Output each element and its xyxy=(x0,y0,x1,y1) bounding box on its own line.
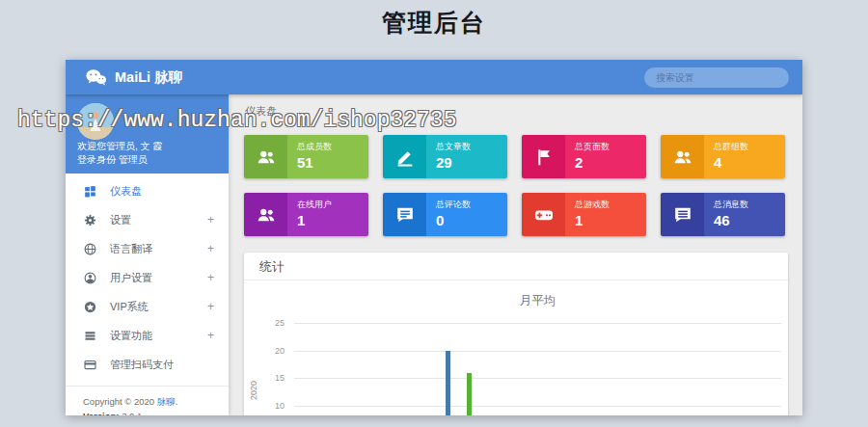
statistics-panel-title: 统计 xyxy=(244,253,788,280)
chart-area: 月平均 2020 25201510 xyxy=(244,280,788,415)
welcome-text: 欢迎您管理员, 文 霞 登录身份 管理员 xyxy=(77,140,162,167)
version-label: Version: xyxy=(83,411,120,415)
sidebar-item-label: 语言翻译 xyxy=(110,242,152,256)
message-icon xyxy=(661,193,704,236)
gridline xyxy=(294,351,781,352)
main-content: 仪表盘 总成员数51总文章数29总页面数2总群组数4在线用户1总评论数0总游戏数… xyxy=(229,94,802,415)
welcome-line2: 登录身份 管理员 xyxy=(77,153,162,167)
version-value: 3.0.1 xyxy=(122,411,142,415)
copyright-text: Copyright © 2020 xyxy=(83,396,157,407)
pencil-icon xyxy=(383,135,426,178)
sidebar-item-user-settings[interactable]: 用户设置+ xyxy=(66,263,229,292)
stat-card-value: 51 xyxy=(297,154,368,171)
stat-card-total-pages[interactable]: 总页面数2 xyxy=(522,135,646,178)
globe-icon xyxy=(83,242,97,256)
gear-icon xyxy=(83,213,97,227)
stat-card-total-games[interactable]: 总游戏数1 xyxy=(522,193,646,236)
sidebar-item-vip-system[interactable]: VIP系统+ xyxy=(66,292,229,321)
chart-bar-blue xyxy=(446,351,450,415)
sidebar-footer: Copyright © 2020 脉聊. Version: 3.0.1 xyxy=(66,386,229,415)
stat-card-body: 总页面数2 xyxy=(565,135,646,178)
user-icon xyxy=(83,271,97,285)
stat-card-body: 总消息数46 xyxy=(704,193,785,236)
copyright-suffix: . xyxy=(176,396,178,407)
statistics-panel: 统计 月平均 2020 25201510 xyxy=(244,253,788,415)
stat-card-label: 总成员数 xyxy=(297,141,368,153)
sidebar-menu: 仪表盘设置+语言翻译+用户设置+VIP系统+设置功能+管理扫码支付 xyxy=(66,173,229,379)
y-axis-tick: 10 xyxy=(252,401,285,411)
sidebar-item-feature-settings[interactable]: 设置功能+ xyxy=(66,321,229,350)
gamepad-icon xyxy=(522,193,565,236)
stat-card-total-comments[interactable]: 总评论数0 xyxy=(383,193,507,236)
stat-card-body: 总文章数29 xyxy=(426,135,507,178)
sidebar: 欢迎您管理员, 文 霞 登录身份 管理员 仪表盘设置+语言翻译+用户设置+VIP… xyxy=(66,94,229,415)
expand-plus-icon: + xyxy=(207,329,214,342)
stat-card-label: 总游戏数 xyxy=(575,199,646,211)
expand-plus-icon: + xyxy=(207,300,214,313)
brand[interactable]: MaiLi 脉聊 xyxy=(85,60,182,94)
stat-card-value: 46 xyxy=(714,212,785,228)
sidebar-item-label: 仪表盘 xyxy=(110,184,142,199)
stat-card-body: 总游戏数1 xyxy=(565,193,646,236)
stat-card-value: 0 xyxy=(436,212,507,228)
flag-icon xyxy=(522,135,565,178)
gridline xyxy=(294,378,781,379)
breadcrumb: 仪表盘 xyxy=(245,104,277,119)
stat-card-total-articles[interactable]: 总文章数29 xyxy=(383,135,507,178)
stat-card-body: 总成员数51 xyxy=(287,135,368,178)
sidebar-item-label: 设置 xyxy=(110,213,131,227)
chart-bar-green xyxy=(467,373,472,415)
top-navbar: MaiLi 脉聊 xyxy=(66,60,802,94)
credit-card-icon xyxy=(83,358,97,372)
comment-icon xyxy=(383,193,426,236)
sidebar-item-settings[interactable]: 设置+ xyxy=(66,205,229,234)
gridline xyxy=(294,406,781,407)
stat-card-online-users[interactable]: 在线用户1 xyxy=(244,193,368,236)
stat-card-body: 在线用户1 xyxy=(287,193,368,236)
sidebar-item-label: 管理扫码支付 xyxy=(110,358,174,372)
stat-card-body: 总评论数0 xyxy=(426,193,507,236)
sidebar-item-language-translation[interactable]: 语言翻译+ xyxy=(66,234,229,263)
brand-title: MaiLi 脉聊 xyxy=(115,68,182,87)
stat-card-label: 总群组数 xyxy=(714,141,785,153)
stat-card-label: 总页面数 xyxy=(575,141,646,153)
avatar[interactable] xyxy=(77,103,114,140)
stat-card-total-messages[interactable]: 总消息数46 xyxy=(661,193,785,236)
sidebar-user-panel: 欢迎您管理员, 文 霞 登录身份 管理员 xyxy=(66,94,229,173)
sidebar-item-label: 设置功能 xyxy=(110,329,152,343)
expand-plus-icon: + xyxy=(207,242,214,255)
gridline xyxy=(294,323,781,324)
sidebar-item-label: VIP系统 xyxy=(110,300,149,314)
copyright-brand-link[interactable]: 脉聊 xyxy=(157,396,176,407)
stat-card-label: 总消息数 xyxy=(714,199,785,211)
people-icon xyxy=(244,135,287,178)
search-box xyxy=(644,67,789,88)
y-axis-tick: 15 xyxy=(252,373,285,383)
sidebar-item-dashboard[interactable]: 仪表盘 xyxy=(66,176,229,205)
admin-app-window: MaiLi 脉聊 欢迎您管理员, 文 霞 登录身份 管理员 xyxy=(66,60,802,415)
stat-card-label: 总评论数 xyxy=(436,199,507,211)
people-icon xyxy=(661,135,704,178)
stat-card-value: 2 xyxy=(575,154,646,171)
people-icon xyxy=(244,193,287,236)
welcome-line1: 欢迎您管理员, 文 霞 xyxy=(77,140,162,153)
search-input[interactable] xyxy=(644,67,789,88)
vip-star-icon xyxy=(83,300,97,314)
stat-card-value: 29 xyxy=(436,154,507,171)
page-background: 管理后台 MaiLi 脉聊 xyxy=(0,0,868,427)
y-axis-tick: 25 xyxy=(252,318,285,328)
stat-card-total-members[interactable]: 总成员数51 xyxy=(244,135,368,178)
stat-cards: 总成员数51总文章数29总页面数2总群组数4在线用户1总评论数0总游戏数1总消息… xyxy=(244,135,785,236)
stat-card-value: 1 xyxy=(575,212,646,228)
list-icon xyxy=(83,329,97,343)
stat-card-body: 总群组数4 xyxy=(704,135,785,178)
stat-card-value: 1 xyxy=(297,212,368,228)
y-axis-label: 2020 xyxy=(249,381,258,400)
stat-card-value: 4 xyxy=(714,154,785,171)
chart-title: 月平均 xyxy=(294,293,781,309)
sidebar-item-scan-pay[interactable]: 管理扫码支付 xyxy=(66,350,229,379)
stat-card-total-groups[interactable]: 总群组数4 xyxy=(661,135,785,178)
wechat-logo-icon xyxy=(85,68,107,86)
copyright-line: Copyright © 2020 脉聊. xyxy=(83,394,211,409)
stat-card-label: 在线用户 xyxy=(297,199,368,211)
